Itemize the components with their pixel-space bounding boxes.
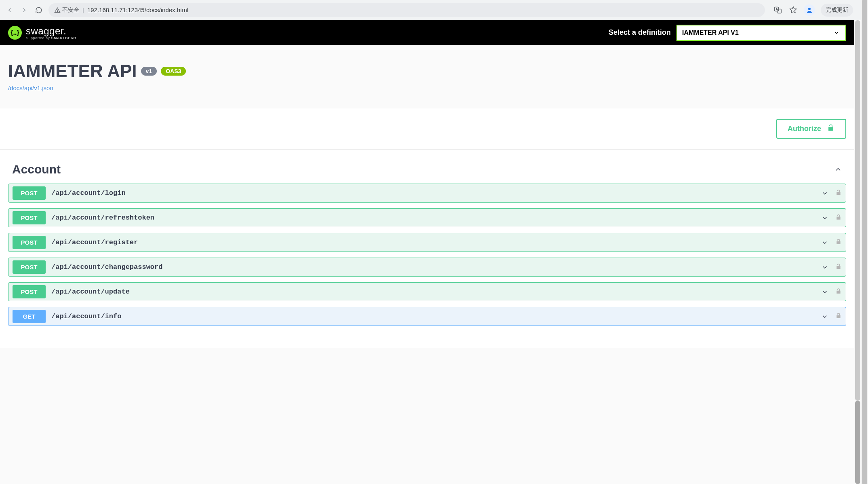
reload-button[interactable] [34,5,44,15]
warning-icon [54,7,61,13]
api-title: IAMMETER API v1 OAS3 [8,61,846,81]
operation-row[interactable]: POST /api/account/changepassword [8,258,846,277]
outer-scroll-thumb[interactable] [862,0,867,348]
spec-link[interactable]: /docs/api/v1.json [8,85,53,91]
api-version-badge: v1 [141,67,157,76]
browser-update-button[interactable]: 完成更新 [821,4,853,17]
brand-sub: Supported by SMARTBEAR [26,36,76,40]
http-method-badge: POST [13,236,46,249]
svg-point-3 [808,8,811,10]
http-method-badge: POST [13,285,46,298]
translate-icon[interactable] [773,5,783,15]
http-method-badge: GET [13,310,46,323]
definition-selected: IAMMETER API V1 [682,29,739,36]
unlock-icon[interactable] [835,239,842,247]
inner-scrollbar[interactable] [854,20,861,348]
operation-row[interactable]: GET /api/account/info [8,307,846,326]
swagger-topbar: {..} swagger Supported by SMARTBEAR Sele… [0,20,854,45]
unlock-icon[interactable] [835,189,842,197]
outer-scrollbar[interactable] [861,0,868,348]
bookmark-star-icon[interactable] [788,5,798,15]
operations-list: POST /api/account/login POST /api/accoun… [8,184,846,326]
operation-path: /api/account/info [51,313,815,320]
chevron-down-icon [821,313,829,321]
swagger-logo[interactable]: {..} swagger Supported by SMARTBEAR [8,25,76,40]
tag-name: Account [12,163,61,176]
operation-row[interactable]: POST /api/account/refreshtoken [8,208,846,227]
operation-path: /api/account/refreshtoken [51,214,815,222]
insecure-indicator: 不安全 [54,6,79,14]
chevron-down-icon [832,29,841,37]
chevron-down-icon [821,288,829,296]
chevron-down-icon [821,214,829,222]
operation-path: /api/account/login [51,189,815,197]
brand-name: swagger [26,25,66,36]
operation-path: /api/account/register [51,239,815,246]
unlock-icon[interactable] [835,288,842,296]
api-info: IAMMETER API v1 OAS3 /docs/api/v1.json [0,45,854,108]
back-button[interactable] [5,5,15,15]
url-text: 192.168.11.71:12345/docs/index.html [87,6,188,13]
api-oas-badge: OAS3 [161,67,186,76]
operation-row[interactable]: POST /api/account/login [8,184,846,203]
swagger-logo-icon: {..} [8,26,22,40]
chevron-down-icon [821,239,829,247]
tag-header[interactable]: Account [8,158,846,184]
operation-path: /api/account/changepassword [51,263,815,271]
browser-toolbar: 不安全 | 192.168.11.71:12345/docs/index.htm… [0,0,861,20]
api-title-text: IAMMETER API [8,61,137,81]
http-method-badge: POST [13,211,46,224]
scheme-section: Authorize [0,108,854,149]
authorize-button[interactable]: Authorize [776,119,846,139]
inner-scroll-thumb[interactable] [855,20,860,348]
unlock-icon[interactable] [835,214,842,222]
authorize-label: Authorize [788,125,821,133]
operation-row[interactable]: POST /api/account/register [8,233,846,252]
operation-row[interactable]: POST /api/account/update [8,282,846,301]
update-label: 完成更新 [826,6,848,14]
svg-point-0 [57,11,57,12]
chevron-down-icon [821,263,829,271]
insecure-label: 不安全 [62,6,79,14]
definition-select[interactable]: IAMMETER API V1 [676,25,846,41]
profile-avatar[interactable] [804,4,815,16]
http-method-badge: POST [13,186,46,200]
http-method-badge: POST [13,260,46,274]
unlock-icon[interactable] [835,263,842,271]
chevron-down-icon [821,189,829,197]
unlock-icon [827,124,835,134]
chevron-up-icon [834,165,842,173]
address-bar[interactable]: 不安全 | 192.168.11.71:12345/docs/index.htm… [48,3,765,17]
forward-button[interactable] [19,5,29,15]
operation-path: /api/account/update [51,288,815,296]
definition-select-label: Select a definition [609,28,671,37]
tag-section: Account POST /api/account/login POST /ap… [0,149,854,348]
unlock-icon[interactable] [835,313,842,321]
